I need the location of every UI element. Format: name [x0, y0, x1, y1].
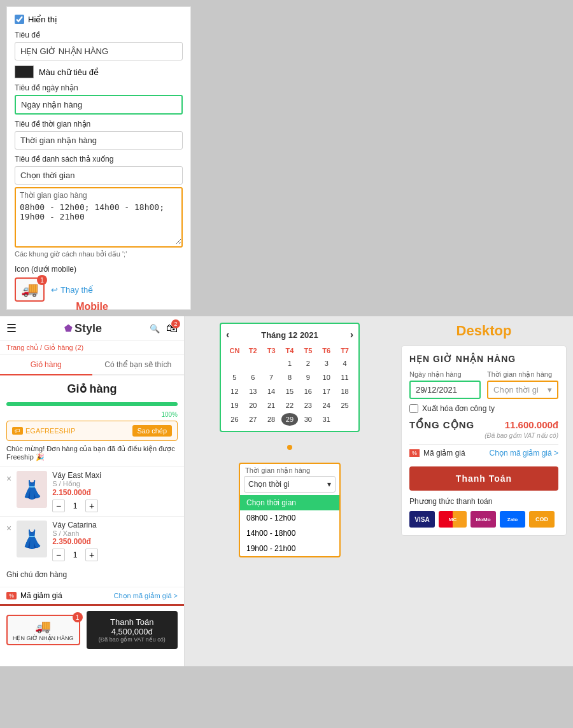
- mobile-panel: Mobile ☰ ⬟ Style 🔍 🛍 2 Trang chủ / Giỏ h…: [0, 316, 185, 666]
- time-select-row[interactable]: Chọn thời gi ▾: [244, 476, 336, 493]
- dropdown-field-label: Tiêu đề danh sách thả xuống: [15, 155, 183, 164]
- cal-day-t7: T7: [336, 346, 353, 356]
- date-title-input[interactable]: [15, 95, 183, 115]
- item-2-info: Váy Catarina S / Xanh 2.350.000đ − 1 +: [52, 521, 178, 561]
- color-row: Màu chữ tiêu đề: [15, 66, 183, 78]
- replace-button[interactable]: ↩ Thay thế: [51, 285, 93, 295]
- cal-d-24[interactable]: 24: [318, 399, 335, 412]
- item-1-info: Váy East Maxi S / Hồng 2.150.000đ − 1 +: [52, 471, 178, 512]
- widget-time-select[interactable]: Chọn thời gi ▾: [487, 381, 558, 399]
- freeship-text: 🏷 EGAFREESHIP: [12, 427, 75, 435]
- visa-icon: VISA: [409, 511, 435, 528]
- dropdown-title-input[interactable]: [15, 166, 183, 185]
- freeship-code: EGAFREESHIP: [25, 427, 75, 435]
- progress-fill: [6, 402, 178, 406]
- promo-link[interactable]: Chọn mã giảm giá >: [113, 592, 178, 600]
- cal-d-12[interactable]: 12: [226, 385, 243, 398]
- breadcrumb: Trang chủ / Giỏ hàng (2): [0, 341, 184, 355]
- time-option-1[interactable]: 08h00 - 12h00: [240, 510, 339, 526]
- order-note-row: Ghi chú đơn hàng: [0, 565, 184, 587]
- icon-badge: 1: [37, 275, 47, 285]
- cal-d-25[interactable]: 25: [336, 399, 353, 412]
- time-dropdown-label: Thời gian nhận hàng: [240, 464, 339, 476]
- cal-d-9[interactable]: 9: [299, 371, 316, 384]
- remove-item-1[interactable]: ×: [6, 473, 11, 484]
- date-field-label: Tiêu đề ngày nhận: [15, 83, 183, 92]
- pay-button[interactable]: Thanh Toán: [409, 466, 558, 491]
- item-1-decrement[interactable]: −: [52, 500, 65, 512]
- cal-d-1[interactable]: 1: [281, 357, 299, 370]
- footer-truck-icon: 🚚: [35, 619, 51, 633]
- cal-d-28[interactable]: 28: [263, 413, 280, 426]
- payment-icons: VISA MC MoMo Zalo COD: [409, 511, 558, 528]
- cal-d-27[interactable]: 27: [244, 413, 262, 426]
- cal-prev[interactable]: ‹: [226, 329, 229, 340]
- cal-d-30[interactable]: 30: [299, 413, 316, 426]
- time-option-2[interactable]: 14h00 - 18h00: [240, 526, 339, 541]
- cal-d-10[interactable]: 10: [318, 371, 335, 384]
- cal-d-20[interactable]: 20: [244, 399, 262, 412]
- item-2-increment[interactable]: +: [85, 549, 98, 561]
- time-title-input[interactable]: [15, 131, 183, 150]
- cal-d-13[interactable]: 13: [244, 385, 262, 398]
- cal-d-5[interactable]: 5: [226, 371, 243, 384]
- checkout-sub: (Đã bao gồm VAT nếu có): [93, 636, 171, 643]
- show-checkbox[interactable]: [15, 15, 24, 24]
- item-1-image: 👗: [17, 471, 47, 508]
- cal-d-4[interactable]: 4: [336, 357, 353, 370]
- cal-next[interactable]: ›: [350, 329, 353, 340]
- cal-d-21[interactable]: 21: [263, 399, 280, 412]
- delivery-textarea[interactable]: [16, 200, 181, 244]
- promo-widget-label: Mã giảm giá: [423, 449, 465, 458]
- widget-date-field: Ngày nhận hàng: [409, 370, 481, 399]
- show-checkbox-row[interactable]: Hiển thị: [15, 15, 183, 24]
- checkout-button[interactable]: Thanh Toán 4,500,000đ (Đã bao gồm VAT nế…: [87, 611, 178, 649]
- footer-icon-box[interactable]: 🚚 1 HẸN GIỜ NHẬN HÀNG: [6, 615, 80, 645]
- promo-widget-link[interactable]: Chọn mã giảm giá >: [490, 449, 558, 458]
- item-1-increment[interactable]: +: [85, 500, 98, 512]
- invoice-checkbox[interactable]: [409, 404, 418, 413]
- widget-time-chevron-icon: ▾: [548, 385, 552, 395]
- icon-preview[interactable]: 🚚 1: [15, 277, 45, 302]
- cal-d-7[interactable]: 7: [263, 371, 280, 384]
- orange-dot: [287, 445, 292, 450]
- cal-d-empty3: [263, 357, 280, 370]
- cal-d-29[interactable]: 29: [281, 413, 299, 426]
- cal-d-6[interactable]: 6: [244, 371, 262, 384]
- title-input[interactable]: [15, 42, 183, 60]
- time-field-label: Tiêu đề thời gian nhận: [15, 120, 183, 129]
- cal-d-11[interactable]: 11: [336, 371, 353, 384]
- time-option-selected[interactable]: Chọn thời gian: [240, 495, 339, 510]
- cal-d-19[interactable]: 19: [226, 399, 243, 412]
- hamburger-icon[interactable]: ☰: [6, 321, 17, 335]
- search-icon[interactable]: 🔍: [150, 324, 160, 333]
- cal-d-8[interactable]: 8: [281, 371, 299, 384]
- cal-d-26[interactable]: 26: [226, 413, 243, 426]
- copy-button[interactable]: Sao chép: [132, 425, 172, 437]
- cal-d-14[interactable]: 14: [263, 385, 280, 398]
- delivery-textarea-container: Thời gian giao hàng: [15, 187, 183, 248]
- cal-d-22[interactable]: 22: [281, 399, 299, 412]
- time-option-3[interactable]: 19h00 - 21h00: [240, 541, 339, 556]
- invoice-row: Xuất hóa đơn công ty: [409, 404, 558, 413]
- cal-d-16[interactable]: 16: [299, 385, 316, 398]
- remove-item-2[interactable]: ×: [6, 523, 11, 533]
- promo-flag: %: [6, 592, 17, 599]
- cal-d-2[interactable]: 2: [299, 357, 316, 370]
- tab-wishlist[interactable]: Có thể bạn sẽ thích: [92, 355, 185, 374]
- cal-d-18[interactable]: 18: [336, 385, 353, 398]
- item-2-name: Váy Catarina: [52, 521, 178, 529]
- tab-cart[interactable]: Giỏ hàng: [0, 355, 92, 375]
- cart-count: 2: [171, 319, 180, 328]
- cart-icon[interactable]: 🛍 2: [166, 322, 178, 335]
- cal-d-3[interactable]: 3: [318, 357, 335, 370]
- freeship-flag: 🏷: [12, 427, 23, 435]
- cal-d-23[interactable]: 23: [299, 399, 316, 412]
- cal-d-31[interactable]: 31: [318, 413, 335, 426]
- momo-icon: MoMo: [470, 511, 496, 528]
- widget-date-input[interactable]: [409, 381, 481, 399]
- item-2-decrement[interactable]: −: [52, 549, 65, 561]
- cal-d-15[interactable]: 15: [281, 385, 299, 398]
- cal-d-17[interactable]: 17: [318, 385, 335, 398]
- color-swatch[interactable]: [15, 66, 34, 78]
